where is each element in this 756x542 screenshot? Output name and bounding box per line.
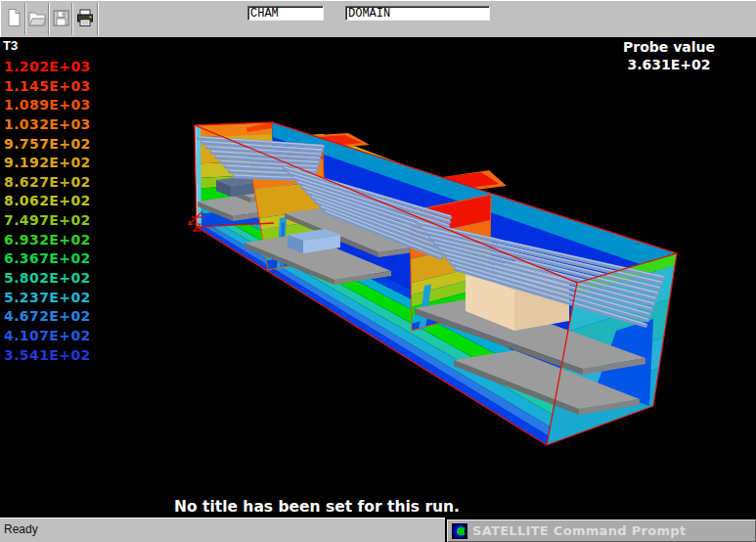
save-button[interactable] <box>50 3 71 35</box>
legend-value: 1.032E+03 <box>4 116 98 136</box>
taskbar-button-satellite[interactable]: SATELLITE Command Prompt <box>447 519 756 542</box>
toolbar-separator <box>71 3 73 35</box>
status-bar: Ready SATELLITE Command Prompt <box>0 517 756 542</box>
legend-value: 1.202E+03 <box>4 59 98 78</box>
save-icon <box>50 7 71 28</box>
new-document-icon <box>3 7 24 28</box>
probe-label: Probe value <box>623 39 715 57</box>
status-text: Ready <box>0 518 445 542</box>
probe-readout: Probe value 3.631E+02 <box>623 39 715 73</box>
legend-value: 8.627E+02 <box>4 174 98 194</box>
contour-scene[interactable] <box>0 37 756 517</box>
toolbar-separator <box>97 3 99 35</box>
probe-value: 3.631E+02 <box>623 57 715 74</box>
legend-value: 3.541E+02 <box>4 347 98 367</box>
open-folder-icon <box>26 7 48 28</box>
taskbar-button-label: SATELLITE Command Prompt <box>472 523 686 538</box>
cham-field[interactable] <box>247 6 324 21</box>
print-button[interactable] <box>74 3 96 35</box>
open-file-button[interactable] <box>26 3 48 35</box>
satellite-icon <box>452 523 467 539</box>
contour-legend: 1.202E+03 1.145E+03 1.089E+03 1.032E+03 … <box>4 59 98 366</box>
legend-value: 8.062E+02 <box>4 193 98 212</box>
print-icon <box>74 7 96 28</box>
new-file-button[interactable] <box>3 3 24 35</box>
application-window: T3 1.202E+03 1.145E+03 1.089E+03 1.032E+… <box>0 0 756 542</box>
legend-value: 7.497E+02 <box>4 212 98 232</box>
domain-field[interactable] <box>345 6 490 21</box>
legend-value: 5.802E+02 <box>4 270 98 290</box>
legend-value: 1.145E+03 <box>4 78 98 98</box>
plotted-variable-label: T3 <box>3 38 18 53</box>
legend-value: 4.672E+02 <box>4 308 98 328</box>
toolbar <box>0 0 756 37</box>
legend-value: 5.237E+02 <box>4 290 98 309</box>
legend-value: 1.089E+03 <box>4 97 98 116</box>
legend-value: 6.367E+02 <box>4 250 98 270</box>
legend-value: 4.107E+02 <box>4 328 98 347</box>
legend-value: 9.192E+02 <box>4 155 98 174</box>
run-title-message: No title has been set for this run. <box>174 498 460 516</box>
legend-value: 6.932E+02 <box>4 232 98 251</box>
legend-value: 9.757E+02 <box>4 136 98 156</box>
graphics-viewport[interactable]: T3 1.202E+03 1.145E+03 1.089E+03 1.032E+… <box>0 37 756 517</box>
